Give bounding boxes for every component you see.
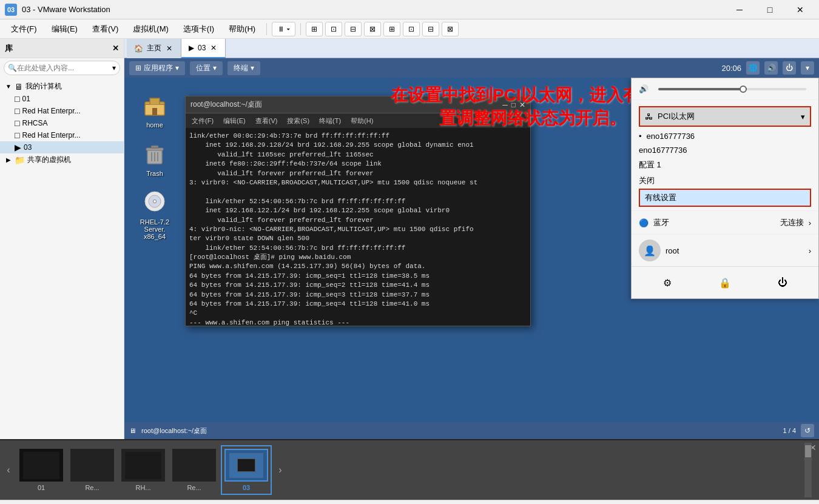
page-indicator: 1 / 4	[783, 427, 796, 434]
apps-label: 应用程序	[144, 63, 173, 73]
refresh-icon[interactable]: ↺	[801, 424, 814, 437]
terminal-minimize[interactable]: ─	[502, 101, 508, 109]
close-row[interactable]: 关闭	[639, 173, 811, 189]
apps-icon: ⊞	[135, 64, 141, 72]
sidebar-item-rhcsa[interactable]: □ RHCSA	[0, 117, 124, 129]
thumbnail-re2[interactable]: Re...	[170, 446, 218, 494]
term-menu-view[interactable]: 查看(V)	[252, 115, 281, 127]
toolbar-btn-3[interactable]: ⊟	[345, 22, 362, 36]
thumbnail-01[interactable]: 01	[17, 446, 66, 494]
sidebar-item-redhat2[interactable]: □ Red Hat Enterpr...	[0, 129, 124, 141]
folder-icon: 📁	[15, 155, 25, 165]
vm-icon: □	[15, 130, 19, 140]
thumb-img-rh	[121, 449, 165, 482]
thumbnail-rh[interactable]: RH...	[119, 446, 167, 494]
bluetooth-label: 蓝牙	[653, 217, 669, 228]
toolbar-btn-1[interactable]: ⊞	[306, 22, 323, 36]
volume-slider-track[interactable]	[658, 88, 806, 90]
thumb-nav-right[interactable]: ›	[274, 440, 286, 500]
volume-indicator[interactable]: 🔊	[764, 61, 778, 75]
thumbnail-03[interactable]: 03	[221, 445, 272, 495]
terminal-window: root@localhost:~/桌面 ─ □ ✕ 文件(F) 编辑(E) 查看…	[185, 96, 531, 326]
pci-network-button[interactable]: 🖧 PCI以太网 ▾	[639, 106, 811, 127]
menu-tabs[interactable]: 选项卡(I)	[177, 21, 220, 37]
volume-slider-fill	[658, 88, 747, 90]
dvd-icon-label: RHEL-7.2 Server. x86_64	[132, 218, 178, 240]
menu-view[interactable]: 查看(V)	[86, 21, 124, 37]
sidebar-title: 库	[5, 43, 13, 54]
sidebar-close-icon[interactable]: ✕	[112, 44, 119, 53]
menu-help[interactable]: 帮助(H)	[223, 21, 261, 37]
device-label-row[interactable]: eno16777736	[639, 143, 811, 157]
terminal-body[interactable]: link/ether 00:0c:29:4b:73:7e brd ff:ff:f…	[186, 128, 530, 326]
lock-icon-button[interactable]: 🔒	[714, 272, 736, 294]
term-menu-file[interactable]: 文件(F)	[188, 115, 217, 127]
terminal-close[interactable]: ✕	[519, 101, 525, 109]
sidebar-item-my-computer[interactable]: ▼ 🖥 我的计算机	[0, 80, 124, 93]
network-indicator[interactable]: 🌐	[746, 61, 760, 75]
volume-icon[interactable]: 🔊	[639, 84, 649, 93]
config-row[interactable]: 配置 1	[639, 157, 811, 173]
tab-03[interactable]: ▶ 03 ✕	[181, 39, 226, 58]
thumb-scrollbar[interactable]	[804, 443, 812, 497]
toolbar-btn-6[interactable]: ⊡	[403, 22, 420, 36]
sidebar-search-container: 🔍 ▾	[4, 61, 120, 75]
maximize-button[interactable]: □	[756, 0, 784, 19]
thumb-img-01	[19, 449, 63, 482]
pause-button[interactable]: ⏸ ▾	[272, 22, 295, 36]
close-button[interactable]: ✕	[786, 0, 814, 19]
desktop-icon-trash[interactable]: Trash	[138, 136, 172, 180]
places-button[interactable]: 位置 ▾	[190, 61, 223, 75]
terminal-button[interactable]: 终端 ▾	[228, 61, 260, 75]
desktop-icon-dvd[interactable]: RHEL-7.2 Server. x86_64	[129, 184, 180, 243]
sidebar-item-shared[interactable]: ▶ 📁 共享的虚拟机	[0, 153, 124, 166]
device-label: eno16777736	[639, 146, 687, 155]
terminal-titlebar: root@localhost:~/桌面 ─ □ ✕	[186, 96, 530, 113]
term-menu-help[interactable]: 帮助(H)	[347, 115, 377, 127]
sidebar-item-redhat1[interactable]: □ Red Hat Enterpr...	[0, 105, 124, 117]
settings-icon-button[interactable]: ⚙	[656, 272, 678, 294]
thumb-nav-left[interactable]: ‹	[2, 440, 15, 500]
statusbar-right: 1 / 4 ↺	[783, 424, 814, 437]
term-menu-terminal[interactable]: 终端(T)	[315, 115, 345, 127]
sidebar: 库 ✕ 🔍 ▾ ▼ 🖥 我的计算机 □ 01 □ Red Hat Enterpr…	[0, 39, 124, 439]
thumb-label-03: 03	[243, 484, 250, 491]
toolbar-btn-4[interactable]: ⊠	[364, 22, 381, 36]
thumbnail-re1[interactable]: Re...	[68, 446, 116, 494]
terminal-controls: ─ □ ✕	[502, 101, 525, 109]
tree-label: 我的计算机	[25, 81, 62, 92]
tab-close-home[interactable]: ✕	[165, 44, 174, 53]
terminal-maximize[interactable]: □	[511, 101, 516, 109]
tab-home[interactable]: 🏠 主页 ✕	[127, 39, 181, 58]
sidebar-item-01[interactable]: □ 01	[0, 93, 124, 105]
close-network-label: 关闭	[639, 175, 655, 186]
menu-file[interactable]: 文件(F)	[5, 21, 43, 37]
desktop-icon-home[interactable]: home	[138, 87, 172, 131]
toolbar-btn-7[interactable]: ⊟	[422, 22, 439, 36]
menu-vm[interactable]: 虚拟机(M)	[127, 21, 175, 37]
toolbar-btn-5[interactable]: ⊞	[383, 22, 400, 36]
popup-bottom-icons: ⚙ 🔒 ⏻	[632, 266, 818, 298]
bluetooth-row[interactable]: 🔵 蓝牙 无连接 ›	[639, 215, 811, 230]
search-icon: 🔍	[8, 64, 17, 72]
term-menu-edit[interactable]: 编辑(E)	[220, 115, 249, 127]
applications-button[interactable]: ⊞ 应用程序 ▾	[129, 61, 185, 75]
power-icon-button[interactable]: ⏻	[772, 272, 794, 294]
vm-desktop[interactable]: 在设置中找到PCI以太网，进入有线设置调整网络状态为开启。 home	[124, 78, 819, 422]
tab-close-03[interactable]: ✕	[209, 44, 218, 52]
config-label: 配置 1	[639, 160, 661, 170]
sidebar-header: 库 ✕	[0, 39, 124, 58]
folder-icon: 🖥	[15, 82, 23, 92]
power-indicator[interactable]: ⏻	[783, 61, 796, 75]
menubar: 文件(F) 编辑(E) 查看(V) 虚拟机(M) 选项卡(I) 帮助(H) ⏸ …	[0, 19, 819, 39]
wired-settings-row[interactable]: 有线设置	[639, 189, 811, 207]
menu-edit[interactable]: 编辑(E)	[46, 21, 84, 37]
search-input[interactable]	[17, 64, 112, 72]
search-dropdown-icon[interactable]: ▾	[112, 64, 116, 72]
toolbar-btn-2[interactable]: ⊡	[325, 22, 342, 36]
sidebar-item-03[interactable]: ▶ 03	[0, 141, 124, 153]
minimize-button[interactable]: ─	[726, 0, 753, 19]
appbar-dropdown[interactable]: ▾	[801, 61, 814, 75]
term-menu-search[interactable]: 搜索(S)	[283, 115, 313, 127]
toolbar-btn-8[interactable]: ⊠	[442, 22, 459, 36]
